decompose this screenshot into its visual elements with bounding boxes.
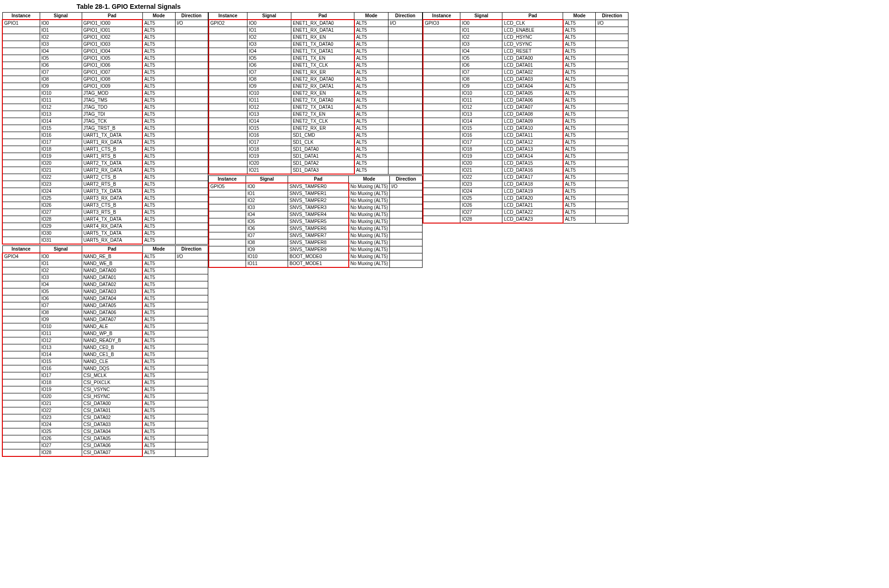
cell bbox=[423, 188, 460, 195]
cell bbox=[175, 400, 208, 407]
cell: IO3 bbox=[247, 41, 291, 48]
cell: ENET1_RX_ER bbox=[291, 69, 354, 76]
cell: IO9 bbox=[246, 246, 288, 253]
table-row: IO16LCD_DATA11ALT5 bbox=[423, 132, 628, 139]
table-row: IO10NAND_ALEALT5 bbox=[2, 323, 208, 330]
cell bbox=[2, 237, 40, 245]
cell: ALT5 bbox=[563, 209, 596, 216]
header-signal: Signal bbox=[247, 13, 291, 20]
cell: UART5_RX_DATA bbox=[82, 237, 142, 245]
cell bbox=[596, 62, 628, 69]
table-row: IO20CSI_HSYNCALT5 bbox=[2, 393, 208, 400]
table-row: IO2ENET1_RX_ENALT5 bbox=[209, 34, 423, 41]
table-row: IO11NAND_WP_BALT5 bbox=[2, 330, 208, 337]
cell bbox=[2, 260, 40, 267]
cell: IO15 bbox=[40, 125, 82, 132]
cell: ALT5 bbox=[142, 167, 175, 174]
cell: LCD_DATA02 bbox=[502, 69, 563, 76]
cell: ALT5 bbox=[354, 118, 388, 125]
header-instance: Instance bbox=[2, 13, 40, 20]
table-row: IO1SNVS_TAMPER1No Muxing (ALT5) bbox=[209, 190, 423, 197]
cell: LCD_RESET bbox=[502, 48, 563, 55]
cell bbox=[596, 104, 628, 111]
cell: IO14 bbox=[40, 118, 82, 125]
cell: ALT5 bbox=[142, 160, 175, 167]
cell bbox=[2, 323, 40, 330]
table-row: IO25LCD_DATA20ALT5 bbox=[423, 195, 628, 202]
cell: ALT5 bbox=[142, 48, 175, 55]
table-row: IO3ENET1_TX_DATA0ALT5 bbox=[209, 41, 423, 48]
cell: ALT5 bbox=[142, 414, 175, 421]
cell bbox=[596, 188, 628, 195]
cell bbox=[209, 160, 247, 167]
cell: LCD_DATA15 bbox=[502, 160, 563, 167]
cell: IO17 bbox=[460, 139, 502, 146]
table-row: IO19LCD_DATA14ALT5 bbox=[423, 153, 628, 160]
cell bbox=[596, 69, 628, 76]
cell: UART3_RTS_B bbox=[82, 209, 142, 216]
header-mode: Mode bbox=[142, 13, 175, 20]
table-row: IO7SNVS_TAMPER7No Muxing (ALT5) bbox=[209, 232, 423, 239]
cell: JTAG_TDO bbox=[82, 104, 142, 111]
cell bbox=[389, 218, 422, 225]
cell: ALT5 bbox=[563, 41, 596, 48]
cell: ALT5 bbox=[563, 160, 596, 167]
cell bbox=[209, 132, 247, 139]
cell bbox=[175, 337, 208, 344]
cell bbox=[209, 260, 246, 268]
cell: LCD_DATA22 bbox=[502, 209, 563, 216]
cell: ENET2_TX_EN bbox=[291, 111, 354, 118]
cell bbox=[175, 372, 208, 379]
cell: GPIO1_IO03 bbox=[82, 41, 142, 48]
cell bbox=[423, 90, 460, 97]
cell: IO28 bbox=[40, 449, 82, 457]
cell: CSI_DATA03 bbox=[82, 421, 142, 428]
table-row: IO26LCD_DATA21ALT5 bbox=[423, 202, 628, 209]
cell bbox=[175, 195, 208, 202]
cell: ALT5 bbox=[354, 167, 388, 175]
cell: NAND_RE_B bbox=[82, 253, 142, 260]
cell: ALT5 bbox=[563, 62, 596, 69]
cell: ALT5 bbox=[563, 111, 596, 118]
table-row: IO17LCD_DATA12ALT5 bbox=[423, 139, 628, 146]
table-row: IO1ENET1_RX_DATA1ALT5 bbox=[209, 27, 423, 34]
cell: IO19 bbox=[247, 153, 291, 160]
cell: ALT5 bbox=[142, 281, 175, 288]
cell bbox=[175, 230, 208, 237]
cell: IO12 bbox=[40, 337, 82, 344]
cell: NAND_DATA07 bbox=[82, 316, 142, 323]
cell bbox=[2, 421, 40, 428]
cell: NAND_WP_B bbox=[82, 330, 142, 337]
header-pad: Pad bbox=[288, 176, 349, 183]
cell: ALT5 bbox=[142, 132, 175, 139]
cell bbox=[423, 216, 460, 224]
cell bbox=[389, 246, 422, 253]
cell: ALT5 bbox=[142, 76, 175, 83]
cell bbox=[2, 188, 40, 195]
cell bbox=[596, 209, 628, 216]
table-row: GPIO5IO0SNVS_TAMPER0No Muxing (ALT5)I/O bbox=[209, 183, 423, 190]
header-direction: Direction bbox=[175, 246, 208, 253]
cell bbox=[596, 153, 628, 160]
cell: IO7 bbox=[40, 69, 82, 76]
cell: ALT5 bbox=[354, 62, 388, 69]
cell: ALT5 bbox=[142, 104, 175, 111]
cell bbox=[175, 83, 208, 90]
cell: IO20 bbox=[40, 393, 82, 400]
table-row: IO9SNVS_TAMPER9No Muxing (ALT5) bbox=[209, 246, 423, 253]
gpio-table-gpio4: InstanceSignalPadModeDirectionGPIO4IO0NA… bbox=[2, 245, 208, 457]
cell: GPIO5 bbox=[209, 183, 246, 190]
cell bbox=[388, 146, 423, 153]
cell: IO1 bbox=[246, 190, 288, 197]
cell bbox=[209, 246, 246, 253]
header-pad: Pad bbox=[82, 246, 142, 253]
cell: IO31 bbox=[40, 237, 82, 245]
cell: IO21 bbox=[40, 167, 82, 174]
cell: IO25 bbox=[460, 195, 502, 202]
cell bbox=[388, 69, 423, 76]
cell: No Muxing (ALT5) bbox=[349, 260, 390, 268]
table-row: IO7NAND_DATA05ALT5 bbox=[2, 302, 208, 309]
cell: IO8 bbox=[40, 309, 82, 316]
cell: IO7 bbox=[246, 232, 288, 239]
cell: No Muxing (ALT5) bbox=[349, 253, 390, 260]
